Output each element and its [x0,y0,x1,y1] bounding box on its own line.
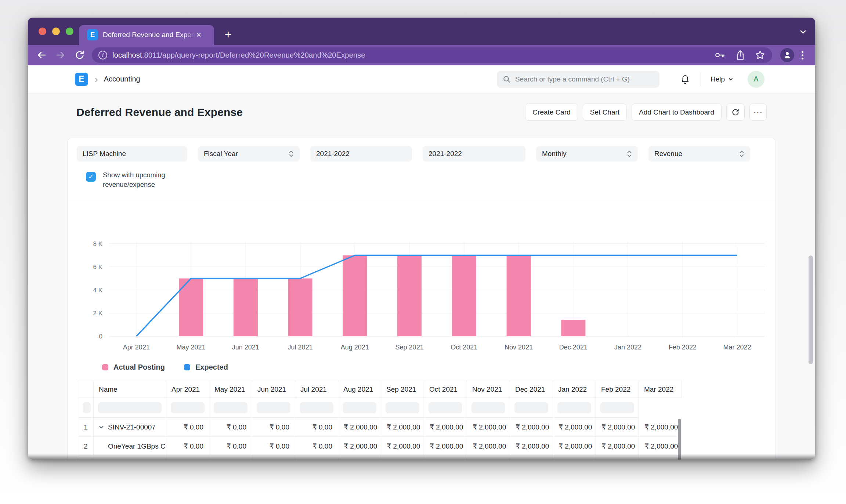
column-header[interactable]: May 2021 [209,381,252,398]
favicon-icon: E [87,29,98,40]
column-header[interactable]: Jun 2021 [252,381,295,398]
bar-actual-posting[interactable] [397,255,422,337]
show-upcoming-checkbox[interactable]: ✓ [86,172,96,182]
bar-actual-posting[interactable] [452,255,476,337]
column-header[interactable]: Name [94,381,166,398]
browser-profile-avatar[interactable] [780,48,794,62]
table-filter-row [78,398,682,418]
table-cell: ₹ 2,000.00 [596,418,639,437]
filter-select-4[interactable]: Monthly [536,146,638,162]
column-filter-input[interactable] [429,402,462,413]
row-index: 1 [78,418,94,437]
x-axis-tick-label: Sep 2021 [395,344,424,351]
create-card-button[interactable]: Create Card [525,104,578,121]
help-menu[interactable]: Help [711,75,734,83]
add-chart-to-dashboard-button[interactable]: Add Chart to Dashboard [632,104,722,121]
tab-close-icon[interactable]: × [196,30,201,39]
table-scrollbar[interactable] [678,419,681,460]
column-filter-input[interactable] [386,402,419,413]
column-filter-input[interactable] [214,402,247,413]
share-icon[interactable] [735,50,745,61]
table-row[interactable]: 2OneYear 1GBps C₹ 0.00₹ 0.00₹ 0.00₹ 0.00… [78,437,682,456]
set-chart-button[interactable]: Set Chart [583,104,627,121]
filter-value: Fiscal Year [204,150,289,158]
filter-select-1[interactable]: Fiscal Year [198,146,300,162]
line-expected[interactable] [136,255,737,337]
column-header[interactable]: Oct 2021 [424,381,467,398]
chart[interactable]: 02 K4 K6 K8 KApr 2021May 2021Jun 2021Jul… [68,202,776,359]
minimize-window-button[interactable] [52,28,60,35]
x-axis-tick-label: Oct 2021 [451,344,477,351]
zoom-window-button[interactable] [66,28,73,35]
page-scrollbar[interactable] [809,255,813,364]
y-axis-tick-label: 8 K [93,240,102,247]
chart-legend: Actual PostingExpected [68,361,776,373]
row-expand-chevron-icon[interactable] [98,424,105,431]
select-chevrons-icon [627,150,632,158]
more-options-button[interactable]: ··· [749,104,767,121]
column-header[interactable]: Sep 2021 [381,381,424,398]
row-name-cell[interactable]: SINV-21-00007 [94,418,166,437]
column-header[interactable]: Feb 2022 [596,381,639,398]
x-axis-tick-label: Apr 2021 [123,344,150,351]
bar-actual-posting[interactable] [234,279,258,337]
y-axis-tick-label: 4 K [93,287,102,294]
url-bar[interactable]: i localhost:8011/app/query-report/Deferr… [92,47,772,63]
column-header[interactable]: Jan 2022 [553,381,596,398]
browser-menu-icon[interactable] [802,51,803,59]
column-filter-input[interactable] [471,402,505,413]
column-filter-input[interactable] [257,402,290,413]
column-header[interactable]: Mar 2022 [639,381,682,398]
search-input[interactable]: Search or type a command (Ctrl + G) [497,71,659,88]
filter-input-0[interactable]: LISP Machine [77,146,187,162]
tabstrip-chevron-down-icon[interactable] [798,26,809,37]
bar-actual-posting[interactable] [561,320,585,336]
filter-value: 2021-2022 [429,150,520,158]
legend-label: Actual Posting [113,363,165,371]
app-logo-icon[interactable]: E [75,73,88,86]
column-filter-input[interactable] [514,402,548,413]
notifications-bell-icon[interactable] [680,74,690,85]
row-name-cell[interactable]: OneYear 1GBps C [94,437,166,456]
column-filter-input[interactable] [300,402,333,413]
bar-actual-posting[interactable] [343,255,367,337]
column-header[interactable]: Aug 2021 [338,381,381,398]
table-cell: ₹ 2,000.00 [639,418,682,437]
close-window-button[interactable] [39,28,46,35]
column-filter-input[interactable] [83,402,91,413]
column-filter-input[interactable] [557,402,591,413]
refresh-button[interactable] [726,104,745,121]
user-avatar[interactable]: A [748,71,764,88]
x-axis-tick-label: May 2021 [177,344,206,351]
table-cell: ₹ 0.00 [166,418,209,437]
filter-select-5[interactable]: Revenue [648,146,750,162]
bookmark-star-icon[interactable] [755,50,766,61]
forward-button[interactable] [55,50,66,61]
column-header[interactable]: Jul 2021 [295,381,338,398]
column-filter-input[interactable] [171,402,205,413]
filter-input-2[interactable]: 2021-2022 [310,146,412,162]
column-filter-input[interactable] [98,402,162,413]
column-header[interactable]: Nov 2021 [467,381,510,398]
new-tab-button[interactable]: + [225,27,232,42]
x-axis-tick-label: Nov 2021 [505,344,533,351]
filter-section: LISP MachineFiscal Year2021-20222021-202… [68,138,776,202]
column-filter-input[interactable] [343,402,376,413]
browser-tab[interactable]: E Deferred Revenue and Expense × [79,25,214,45]
legend-swatch [102,364,108,370]
browser-window: E Deferred Revenue and Expense × + i loc… [28,18,815,460]
browser-toolbar: i localhost:8011/app/query-report/Deferr… [28,45,815,65]
table-row[interactable]: 1SINV-21-00007₹ 0.00₹ 0.00₹ 0.00₹ 0.00₹ … [78,418,682,437]
reload-button[interactable] [74,50,85,61]
column-header[interactable]: Apr 2021 [166,381,209,398]
password-key-icon[interactable] [714,50,726,60]
breadcrumb[interactable]: Accounting [104,75,140,83]
site-info-icon[interactable]: i [98,51,107,59]
column-header[interactable]: Dec 2021 [510,381,553,398]
bar-actual-posting[interactable] [507,255,531,337]
breadcrumb-chevron-icon: › [95,75,98,84]
filter-input-3[interactable]: 2021-2022 [423,146,525,162]
back-button[interactable] [36,50,47,61]
column-filter-input[interactable] [600,402,634,413]
bar-actual-posting[interactable] [288,279,312,337]
